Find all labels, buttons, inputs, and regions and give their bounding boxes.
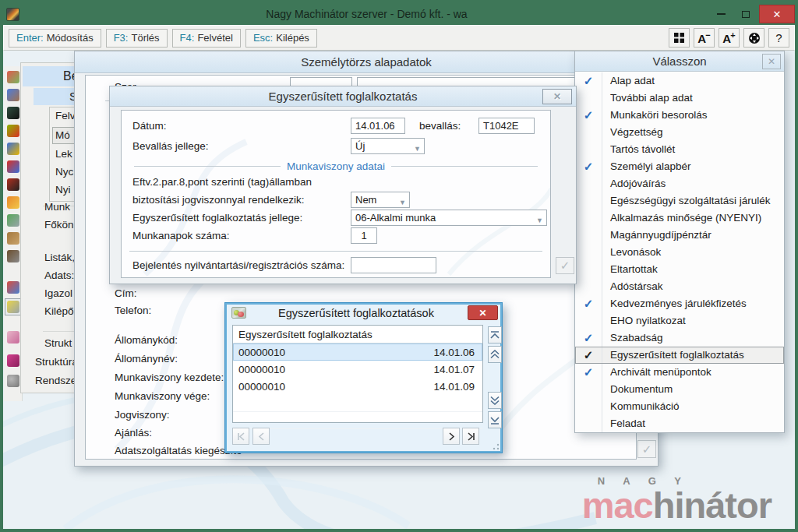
panel-item-vegzettseg[interactable]: Végzettség xyxy=(575,124,784,141)
choose-panel-close-button[interactable]: ✕ xyxy=(762,54,781,69)
panel-item-adostarsak[interactable]: Adóstársak xyxy=(575,278,784,295)
delete-button[interactable]: F3: Törlés xyxy=(106,29,168,48)
app-icon-8[interactable] xyxy=(7,196,19,209)
brand-logo: N A G Y machinátor xyxy=(582,475,772,524)
app-icon-13-selected[interactable] xyxy=(5,298,22,315)
first-record-icon xyxy=(237,432,245,441)
menu-item-struktura[interactable]: Struktúra xyxy=(35,356,78,368)
panel-item-eho-nyilatkozat[interactable]: EHO nyilatkozat xyxy=(575,312,784,329)
panel-item-eu-szolg-jarulek[interactable]: Egészségügyi szolgáltatási járulék xyxy=(575,192,784,210)
add-button[interactable]: F4: Felvétel xyxy=(172,29,241,48)
menu-item-nyilvantartas[interactable]: Nyi xyxy=(55,184,71,196)
simp-dialog-close-button[interactable]: ✕ xyxy=(542,89,572,104)
simp-dialog-ok-button[interactable]: ✓ xyxy=(556,257,574,274)
panel-item-tartos-tavollet[interactable]: Tartós távollét xyxy=(575,141,784,158)
registration-number-input[interactable] xyxy=(351,257,436,273)
target-button[interactable] xyxy=(743,28,764,48)
app-icon-1[interactable] xyxy=(7,71,19,83)
list-row-3[interactable]: 0000001014.01.09 xyxy=(233,378,482,395)
scroll-last-button[interactable] xyxy=(488,411,502,428)
panel-item-szemelyi-alapber[interactable]: ✓Személyi alapbér xyxy=(575,158,784,175)
employment-list: Egyszerűsített foglalkoztatás 0000001014… xyxy=(232,325,483,423)
nav-last-button[interactable] xyxy=(462,428,479,445)
panel-item-alkalmazas-minosege[interactable]: Alkalmazás minősége (NYENYI) xyxy=(575,210,784,227)
panel-item-tovabbi-alap-adat[interactable]: További alap adat xyxy=(575,90,784,107)
font-decrease-button[interactable]: A− xyxy=(694,28,715,48)
menu-item-modositas[interactable]: Mó xyxy=(55,129,70,141)
help-icon: ? xyxy=(775,31,782,44)
exit-button[interactable]: Esc: Kilépés xyxy=(245,29,317,48)
list-row-1[interactable]: 0000001014.01.06 xyxy=(233,344,482,361)
app-icon-12[interactable] xyxy=(7,281,19,294)
panel-item-dokumentum[interactable]: Dokumentum xyxy=(575,381,784,398)
panel-item-magannyugdijpenztar[interactable]: Magánnyugdíjpénztár xyxy=(575,227,784,244)
check-icon: ✓ xyxy=(560,259,570,273)
panel-item-adojovairas[interactable]: Adójóváírás xyxy=(575,175,784,192)
resize-grip[interactable] xyxy=(492,442,500,450)
modify-button[interactable]: Enter: Módosítás xyxy=(9,29,101,48)
check-icon: ✓ xyxy=(575,348,602,362)
menu-item-adatszolg[interactable]: Adats: xyxy=(44,270,74,281)
workspace: Bér Sz Felv Mó Lek Nyc Nyi Munk Főkön Li… xyxy=(3,51,795,529)
panel-item-egyszerusitett-foglalkoztatas[interactable]: ✓Egyszerűsített foglalkoztatás xyxy=(575,347,784,364)
menu-item-munka[interactable]: Munk xyxy=(44,201,70,213)
app-icon-7[interactable] xyxy=(7,178,19,191)
employment-type-dropdown[interactable]: 06-Alkalmi munka ▼ xyxy=(351,210,547,226)
date-input[interactable]: 14.01.06 xyxy=(351,118,405,134)
panel-item-levonasok[interactable]: Levonások xyxy=(575,244,784,261)
maximize-button[interactable] xyxy=(734,5,757,23)
close-button[interactable]: ✕ xyxy=(759,5,795,23)
menu-item-nyomtatas[interactable]: Nyc xyxy=(55,166,73,178)
panel-item-eltartottak[interactable]: Eltartottak xyxy=(575,261,784,278)
app-icon-2[interactable] xyxy=(7,89,19,101)
scroll-first-button[interactable] xyxy=(488,326,502,344)
panel-item-kedvezmenyes-jarulek[interactable]: ✓Kedvezményes járulékfizetés xyxy=(575,295,784,312)
insurance-status-dropdown[interactable]: Nem ▼ xyxy=(351,192,410,208)
person-ok-button[interactable]: ✓ xyxy=(637,440,656,458)
app-icon-13 xyxy=(7,301,19,313)
list-window-close-button[interactable]: ✕ xyxy=(468,305,498,320)
panel-item-munkakori-besorolas[interactable]: ✓Munkaköri besorolás xyxy=(575,107,784,124)
panel-item-szabadsag[interactable]: ✓Szabadság xyxy=(575,329,784,347)
minimize-button[interactable] xyxy=(709,5,733,23)
declaration-type-dropdown[interactable]: Új ▼ xyxy=(351,138,425,154)
app-icon-14[interactable] xyxy=(7,331,19,344)
menu-item-listak[interactable]: Listák, xyxy=(44,252,75,263)
panel-item-kommunikacio[interactable]: Kommunikáció xyxy=(575,398,784,415)
app-icon-10[interactable] xyxy=(7,232,19,245)
help-button[interactable]: ? xyxy=(768,28,789,48)
panel-item-archivalt-menupontok[interactable]: ✓Archivált menüpontok xyxy=(575,364,784,381)
app-icon-5[interactable] xyxy=(7,143,19,155)
app-icon-9[interactable] xyxy=(7,214,19,227)
nav-prev-button[interactable] xyxy=(252,428,270,445)
simplified-employment-dialog: Egyszerűsített foglalkoztatás ✕ Dátum: 1… xyxy=(109,86,577,284)
double-chevron-down-icon xyxy=(490,396,500,405)
check-icon: ✓ xyxy=(642,442,652,456)
menu-item-strukt[interactable]: Strukt xyxy=(44,337,72,349)
font-increase-button[interactable]: A+ xyxy=(719,28,740,48)
check-icon: ✓ xyxy=(575,297,602,311)
system-gears-icon[interactable] xyxy=(7,375,19,387)
scroll-page-down-button[interactable] xyxy=(488,392,502,409)
scroll-page-up-button[interactable] xyxy=(488,346,502,363)
app-icon-4[interactable] xyxy=(7,125,19,137)
app-icon-11[interactable] xyxy=(7,250,19,262)
menu-item-kilepo[interactable]: Kilépő xyxy=(44,305,74,317)
list-row-2[interactable]: 0000001014.01.07 xyxy=(233,361,482,378)
panel-item-alap-adat[interactable]: ✓Alap adat xyxy=(575,72,784,90)
workdays-input[interactable]: 1 xyxy=(351,227,377,244)
app-icon-3[interactable] xyxy=(7,107,19,119)
structure-cube-icon[interactable] xyxy=(7,354,19,367)
menu-item-fokonyv[interactable]: Főkön xyxy=(44,219,74,231)
check-icon: ✓ xyxy=(575,365,602,379)
menu-item-felvetel[interactable]: Felv xyxy=(55,110,76,122)
nav-first-button[interactable] xyxy=(232,428,249,445)
app-icon-6[interactable] xyxy=(7,160,19,173)
layout-grid-button[interactable] xyxy=(669,28,690,48)
menu-item-igazolasok[interactable]: Igazol xyxy=(44,287,72,299)
panel-item-feladat[interactable]: Feladat xyxy=(575,415,784,432)
declaration-code-input[interactable]: T1042E xyxy=(478,118,535,134)
employment-list-window: Egyszerűsített foglalkoztatások ✕ Egysze… xyxy=(224,302,503,453)
nav-next-button[interactable] xyxy=(443,428,460,445)
menu-item-lekerdezes[interactable]: Lek xyxy=(55,148,72,160)
